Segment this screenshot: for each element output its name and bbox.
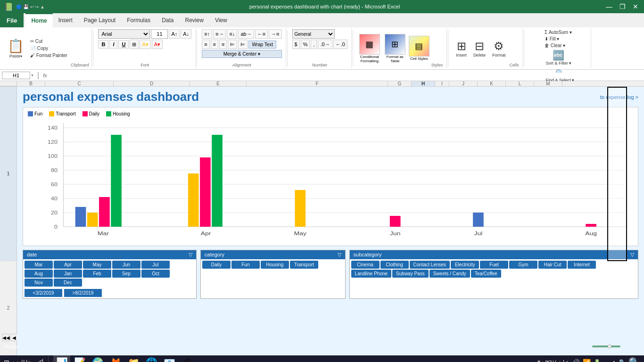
date-btn-jan[interactable]: Jan: [54, 270, 82, 278]
text-direction[interactable]: ab→: [238, 29, 254, 39]
font-size-decrease[interactable]: A↓: [181, 29, 191, 39]
sub-btn-landline[interactable]: Landline Phone: [351, 270, 392, 278]
date-btn-mar[interactable]: Mar: [25, 261, 53, 269]
col-header-h[interactable]: H: [412, 81, 435, 86]
close-btn[interactable]: ✕: [631, 3, 640, 10]
cat-btn-housing[interactable]: Housing: [261, 261, 289, 269]
conditional-formatting-btn[interactable]: ▦ Conditional Formatting: [358, 34, 381, 63]
taskbar-magnifier[interactable]: 🔍: [628, 357, 640, 362]
underline-button[interactable]: U: [118, 40, 129, 49]
sub-btn-hair-cut[interactable]: Hair Cut: [538, 261, 567, 269]
sub-btn-fuel[interactable]: Fuel: [480, 261, 508, 269]
tab-review[interactable]: Review: [180, 13, 209, 27]
fill-btn[interactable]: ⬇ Fill ▾: [543, 36, 561, 42]
zoom-slider[interactable]: [592, 346, 620, 347]
sub-btn-clothing[interactable]: Clothing: [380, 261, 409, 269]
sub-btn-sweets[interactable]: Sweets / Candy: [429, 270, 470, 278]
date-btn-dec[interactable]: Dec: [54, 279, 82, 287]
cat-btn-fun[interactable]: Fun: [231, 261, 260, 269]
clear-btn[interactable]: 🗑 Clear ▾: [543, 42, 567, 49]
merge-center-button[interactable]: Merge & Center ▾: [202, 50, 281, 58]
sub-btn-tea[interactable]: Tea/Coffee: [471, 270, 501, 278]
insert-cell-btn[interactable]: ⊞ Insert: [453, 32, 470, 65]
font-size-input[interactable]: [151, 29, 168, 39]
date-btn-jun[interactable]: Jun: [112, 261, 140, 269]
taskbar-wifi[interactable]: 📶: [583, 359, 591, 362]
taskbar-volume[interactable]: 🔊: [572, 359, 580, 362]
date-btn-aug[interactable]: Aug: [25, 270, 53, 278]
col-header-c[interactable]: C: [45, 81, 114, 86]
align-top[interactable]: ≡↑: [202, 29, 212, 39]
cell-reference-input[interactable]: [2, 72, 30, 79]
sub-btn-subway[interactable]: Subway Pass: [392, 270, 429, 278]
format-painter-button[interactable]: 🖌 Format Painter: [29, 52, 69, 58]
row-num-2[interactable]: 2: [0, 261, 17, 355]
dec-increase[interactable]: .0→: [318, 40, 332, 49]
tab-insert[interactable]: Insert: [53, 13, 78, 27]
autosum-btn[interactable]: Σ AutoSum ▾: [543, 29, 573, 35]
font-color-button[interactable]: A▾: [152, 40, 163, 49]
start-area[interactable]: ⊞ أكتب هنا للبحث: [4, 359, 43, 362]
tab-data[interactable]: Data: [156, 13, 179, 27]
window-controls[interactable]: — ❐ ✕: [604, 3, 640, 10]
tab-page-layout[interactable]: Page Layout: [78, 13, 121, 27]
italic-button[interactable]: I: [109, 40, 117, 49]
col-header-b[interactable]: B: [17, 81, 45, 86]
paste-button[interactable]: 📋 Paste ▾: [5, 34, 27, 63]
indent-decrease[interactable]: ←≡: [255, 29, 268, 39]
increase-indent[interactable]: ⊨: [238, 40, 248, 49]
font-name-select[interactable]: Arial: [98, 29, 150, 39]
date-btn-nov[interactable]: Nov: [25, 279, 53, 287]
format-as-table-btn[interactable]: ⊞ Format as Table: [383, 34, 407, 63]
align-left[interactable]: ≡: [202, 40, 209, 49]
border-button[interactable]: ⊞: [130, 40, 139, 49]
date-btn-feb[interactable]: Feb: [83, 270, 111, 278]
expense-log-link[interactable]: to expense log >: [600, 94, 638, 100]
cat-btn-daily[interactable]: Daily: [202, 261, 231, 269]
cell-styles-btn[interactable]: ▤ Cell Styles: [409, 36, 429, 61]
align-middle[interactable]: ≡→: [213, 29, 226, 39]
sheet-nav-first[interactable]: ◀◀: [2, 334, 9, 341]
formula-expand-icon[interactable]: ▾: [31, 73, 33, 78]
date-to[interactable]: >8/2/2019: [64, 289, 102, 297]
col-header-m[interactable]: M: [534, 81, 562, 86]
align-bottom[interactable]: ≡↓: [227, 29, 237, 39]
comma-btn[interactable]: ,: [311, 40, 317, 49]
number-format-select[interactable]: General: [292, 29, 335, 39]
col-header-i[interactable]: I: [435, 81, 449, 86]
date-btn-oct[interactable]: Oct: [141, 270, 170, 278]
tab-formulas[interactable]: Formulas: [121, 13, 156, 27]
date-btn-may[interactable]: May: [83, 261, 111, 269]
align-center[interactable]: ≡: [211, 40, 218, 49]
formula-input[interactable]: [49, 73, 642, 78]
date-btn-sep[interactable]: Sep: [112, 270, 140, 278]
dec-decrease[interactable]: ←.0: [333, 40, 347, 49]
bold-button[interactable]: B: [98, 40, 108, 49]
col-header-l[interactable]: L: [506, 81, 534, 86]
align-right[interactable]: ≡: [219, 40, 227, 49]
col-header-f[interactable]: F: [247, 81, 388, 86]
sub-btn-electricity[interactable]: Electricity: [451, 261, 479, 269]
sort-filter-btn[interactable]: 🔤 Sort & Filter ▾: [544, 49, 573, 67]
sub-btn-gym[interactable]: Gym: [509, 261, 537, 269]
taskbar-up-arrow[interactable]: ∧: [612, 359, 616, 362]
row-num-1[interactable]: 1: [0, 87, 17, 261]
col-header-g[interactable]: G: [388, 81, 412, 86]
sub-btn-contact-lenses[interactable]: Contact Lenses: [410, 261, 450, 269]
cat-btn-transport[interactable]: Transport: [290, 261, 318, 269]
col-header-j[interactable]: J: [449, 81, 478, 86]
copy-button[interactable]: 📄 Copy: [29, 45, 69, 51]
maximize-btn[interactable]: ❐: [618, 3, 627, 10]
cut-button[interactable]: ✂ ✂ CutCut: [29, 38, 69, 44]
col-header-d[interactable]: D: [114, 81, 190, 86]
date-btn-jul[interactable]: Jul: [141, 261, 170, 269]
sub-btn-cinema[interactable]: Cinema: [351, 261, 380, 269]
date-from[interactable]: <3/2/2019: [25, 289, 62, 297]
font-size-increase[interactable]: A↑: [169, 29, 180, 39]
taskbar-search[interactable]: 🔍: [619, 359, 626, 362]
date-btn-apr[interactable]: Apr: [54, 261, 82, 269]
tab-home[interactable]: Home: [25, 13, 52, 27]
file-tab[interactable]: File: [0, 13, 24, 27]
minimize-btn[interactable]: —: [604, 3, 614, 10]
indent-increase[interactable]: →≡: [269, 29, 281, 39]
